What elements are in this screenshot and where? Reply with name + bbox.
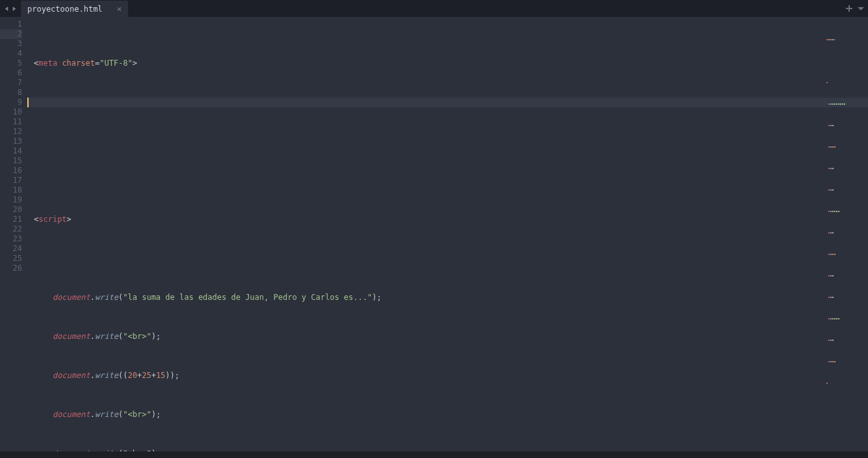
tab-overflow-icon[interactable] bbox=[858, 6, 864, 11]
editor: 1234567891011121314151617181920212223242… bbox=[0, 17, 868, 451]
line-number: 2 bbox=[0, 29, 22, 39]
code-area[interactable]: <meta charset="UTF-8"> <script> document… bbox=[27, 17, 868, 451]
line-number: 8 bbox=[0, 88, 22, 98]
tab-bar: proyectoone.html × bbox=[0, 0, 868, 17]
code-line: <script> bbox=[27, 215, 868, 224]
line-gutter: 1234567891011121314151617181920212223242… bbox=[0, 17, 27, 451]
nav-forward-icon[interactable] bbox=[11, 4, 17, 14]
line-number: 4 bbox=[0, 49, 22, 59]
line-number: 25 bbox=[0, 254, 22, 263]
line-number: 19 bbox=[0, 195, 22, 205]
line-number: 24 bbox=[0, 244, 22, 254]
code-line: <meta charset="UTF-8"> bbox=[27, 59, 868, 68]
code-line: document.write("<br>"); bbox=[27, 410, 868, 420]
line-number: 18 bbox=[0, 185, 22, 195]
nav-back-icon[interactable] bbox=[4, 4, 10, 14]
new-tab-icon[interactable] bbox=[846, 5, 852, 12]
line-number: 9 bbox=[0, 98, 22, 107]
line-number: 12 bbox=[0, 127, 22, 137]
minimap[interactable] bbox=[826, 20, 863, 55]
line-number: 14 bbox=[0, 146, 22, 156]
nav-arrows bbox=[0, 0, 21, 17]
line-number: 15 bbox=[0, 156, 22, 166]
line-number: 11 bbox=[0, 117, 22, 127]
line-number: 6 bbox=[0, 68, 22, 78]
line-number: 1 bbox=[0, 20, 22, 29]
status-bar bbox=[0, 451, 868, 458]
line-number: 7 bbox=[0, 78, 22, 88]
line-number: 21 bbox=[0, 215, 22, 224]
code-line-active bbox=[27, 98, 868, 107]
line-number: 13 bbox=[0, 137, 22, 146]
code-line bbox=[27, 254, 868, 263]
code-line: document.write((20+25+15)); bbox=[27, 371, 868, 381]
line-number: 23 bbox=[0, 234, 22, 244]
code-line bbox=[27, 176, 868, 185]
line-number: 10 bbox=[0, 107, 22, 117]
line-number: 22 bbox=[0, 224, 22, 234]
line-number: 17 bbox=[0, 176, 22, 185]
code-line: document.write("<br>"); bbox=[27, 332, 868, 342]
tabbar-right-controls bbox=[846, 0, 864, 17]
line-number: 3 bbox=[0, 39, 22, 49]
tab-proyectoone[interactable]: proyectoone.html × bbox=[21, 1, 128, 17]
tab-close-icon[interactable]: × bbox=[117, 5, 122, 13]
tabs: proyectoone.html × bbox=[21, 0, 128, 17]
code-line bbox=[27, 137, 868, 146]
code-line: document.write("la suma de las edades de… bbox=[27, 293, 868, 303]
line-number: 26 bbox=[0, 263, 22, 273]
line-number: 16 bbox=[0, 166, 22, 176]
line-number: 5 bbox=[0, 59, 22, 68]
tab-label: proyectoone.html bbox=[27, 5, 103, 14]
line-number: 20 bbox=[0, 205, 22, 215]
